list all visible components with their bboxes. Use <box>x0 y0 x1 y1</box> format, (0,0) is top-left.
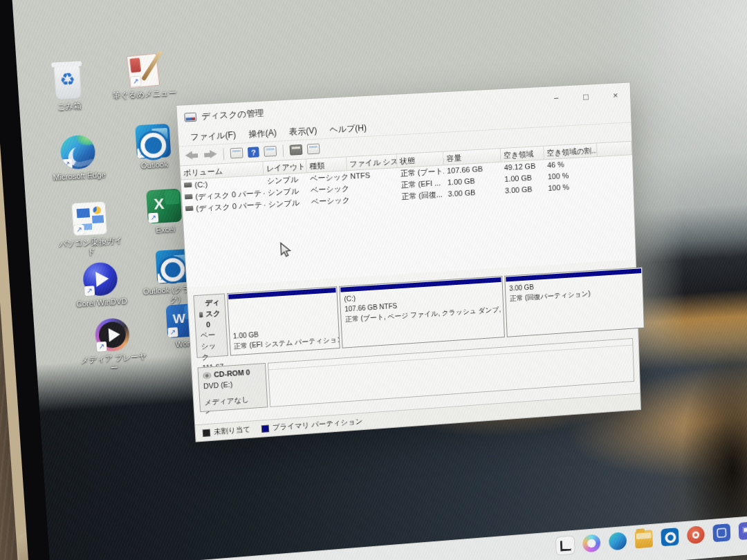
toolbar-separator <box>282 144 284 157</box>
outlook-taskbar-icon[interactable] <box>661 528 679 546</box>
help-icon[interactable]: ? <box>248 147 259 158</box>
desktop-icon-pc-transfer-guide[interactable]: パソコン乗換ガイド <box>55 200 125 259</box>
close-button[interactable]: × <box>600 83 631 108</box>
excel-icon <box>146 189 182 224</box>
legend-primary-partition: プライマリ パーティション <box>261 417 363 433</box>
shortcut-arrow-icon <box>130 76 141 87</box>
capacity-cell: 3.00 GB <box>445 185 502 200</box>
task-view-icon[interactable] <box>556 536 575 554</box>
maximize-button[interactable]: □ <box>571 84 601 109</box>
shortcut-arrow-icon <box>62 159 72 169</box>
layout-cell: シンプル <box>265 196 308 210</box>
edge-icon <box>59 135 96 170</box>
disk0-name: ディスク 0 <box>205 297 221 330</box>
teams-icon[interactable] <box>739 521 747 540</box>
disk0-type: ベーシック <box>200 329 223 362</box>
console-tree-icon[interactable] <box>230 147 243 158</box>
volume-icon <box>185 206 194 212</box>
shortcut-arrow-icon <box>158 273 168 283</box>
forward-arrow-icon[interactable] <box>203 149 217 159</box>
action-pane-icon[interactable] <box>290 144 303 156</box>
corel-windvd-icon <box>82 261 118 297</box>
volume-icon <box>184 183 192 188</box>
security-app-icon[interactable] <box>687 525 705 544</box>
copilot-icon[interactable] <box>582 534 601 552</box>
column-header-filler <box>597 142 632 156</box>
shortcut-arrow-icon <box>137 148 147 158</box>
detail-pane-icon[interactable] <box>264 146 277 157</box>
partition-efi[interactable]: 1.00 GB 正常 (EFI システム パーティション) <box>226 286 340 356</box>
screen: ごみ箱 筆ぐるめメニュー Microsoft Edge Outlook パソコン… <box>11 0 747 560</box>
desktop-icon-recycle-bin[interactable]: ごみ箱 <box>33 64 103 113</box>
window-title: ディスクの管理 <box>201 107 264 122</box>
media-player-icon <box>94 317 130 353</box>
menu-action[interactable]: 操作(A) <box>242 125 284 142</box>
menu-view[interactable]: 表示(V) <box>282 123 323 140</box>
column-header-status[interactable]: 状態 <box>397 152 444 167</box>
menu-help[interactable]: ヘルプ(H) <box>323 120 374 138</box>
desktop-icon-media-player[interactable]: メディア プレーヤー <box>78 317 148 375</box>
type-cell: ベーシック <box>308 194 349 208</box>
free-space-cell: 3.00 GB <box>502 183 546 197</box>
desktop-icon-fudegurume-menu[interactable]: 筆ぐるめメニュー <box>109 53 178 101</box>
screen-bezel: ごみ箱 筆ぐるめメニュー Microsoft Edge Outlook パソコン… <box>0 0 747 560</box>
column-header-free-space[interactable]: 空き領域 <box>501 147 544 162</box>
column-header-layout[interactable]: レイアウト <box>263 159 306 174</box>
desktop-icon-label: パソコン乗換ガイド <box>57 236 124 259</box>
shortcut-arrow-icon <box>167 327 178 337</box>
desktop-icon-microsoft-edge[interactable]: Microsoft Edge <box>43 133 113 183</box>
contacts-app-icon[interactable] <box>712 523 730 542</box>
cdrom-icon <box>203 372 212 380</box>
fudegurume-icon <box>127 53 160 88</box>
status-cell: 正常 (回復... <box>398 189 445 203</box>
volume-icon <box>185 194 193 200</box>
column-header-type[interactable]: 種類 <box>306 157 347 172</box>
primary-partition-color-swatch <box>261 424 270 432</box>
unallocated-color-swatch <box>203 429 211 436</box>
toolbar-separator <box>223 147 224 160</box>
minimize-button[interactable]: − <box>541 86 571 111</box>
properties-icon[interactable] <box>307 143 320 154</box>
outlook-icon <box>135 124 171 159</box>
legend-unallocated: 未割り当て <box>203 424 251 438</box>
disk-management-app-icon <box>184 112 196 122</box>
mouse-cursor <box>279 241 293 261</box>
shortcut-arrow-icon <box>148 213 158 223</box>
disk-icon <box>199 312 203 317</box>
filesystem-cell <box>349 192 399 206</box>
shortcut-arrow-icon <box>74 225 84 235</box>
legend-label: プライマリ パーティション <box>273 417 363 433</box>
back-arrow-icon[interactable] <box>185 151 199 160</box>
laptop: ごみ箱 筆ぐるめメニュー Microsoft Edge Outlook パソコン… <box>0 0 747 560</box>
disk0-info-panel[interactable]: ディスク 0 ベーシック 111.67 GB オンライン <box>193 293 228 357</box>
partition-c-drive[interactable]: (C:) 107.66 GB NTFS 正常 (ブート, ページ ファイル, ク… <box>340 276 506 348</box>
edge-taskbar-icon[interactable] <box>609 532 627 550</box>
shortcut-arrow-icon <box>84 286 95 296</box>
desktop-icon-corel-windvd[interactable]: Corel WinDVD <box>66 261 136 310</box>
disk-management-window: ディスクの管理 − □ × ファイル(F) 操作(A) 表示(V) ヘルプ(H) <box>176 82 641 442</box>
cdrom-info-panel[interactable]: CD-ROM 0 DVD (E:) メディアなし <box>197 363 268 412</box>
file-explorer-icon[interactable] <box>635 530 653 548</box>
menu-file[interactable]: ファイル(F) <box>184 127 243 145</box>
partition-recovery[interactable]: 3.00 GB 正常 (回復パーティション) <box>505 267 645 337</box>
pc-transfer-guide-icon <box>71 201 108 236</box>
shortcut-arrow-icon <box>96 342 107 352</box>
legend-label: 未割り当て <box>214 424 251 436</box>
free-pct-cell: 100 % <box>545 180 598 194</box>
recycle-bin-icon <box>54 65 82 100</box>
